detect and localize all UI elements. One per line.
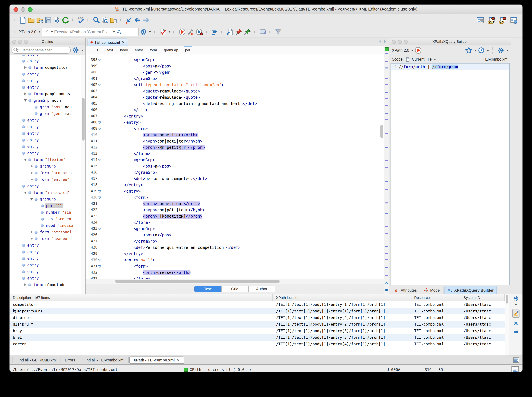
xquery-debugger-icon[interactable]: XQ bbox=[499, 16, 507, 24]
code-line-402[interactable]: 402 <cit type="translation" xml:lang="en… bbox=[86, 82, 384, 88]
result-marker[interactable] bbox=[385, 160, 388, 161]
find-in-files-icon[interactable] bbox=[101, 16, 109, 24]
open-url-icon[interactable] bbox=[36, 16, 43, 24]
code-editor[interactable]: 398 <gramGrp>399 <pos>n</pos>400 <gen>f<… bbox=[86, 54, 384, 279]
code-line-403[interactable]: 403 <quote>remoulade</quote> bbox=[86, 88, 384, 94]
code-line-428[interactable]: 428 <def>Personne qui entre en compétiti… bbox=[86, 244, 384, 250]
result-marker[interactable] bbox=[385, 92, 388, 93]
xpath-settings-gear-icon[interactable] bbox=[140, 28, 147, 35]
outline-item-gramGrp[interactable]: gramGrp bbox=[10, 163, 81, 169]
result-marker[interactable] bbox=[385, 267, 388, 268]
code-line-405[interactable]: 405 <def>dressing containing mustard and… bbox=[86, 100, 384, 107]
outline-item-mood[interactable]: mood "indica bbox=[10, 222, 81, 229]
breadcrumb-item-gramGrp[interactable]: gramGrp bbox=[163, 47, 179, 53]
configure-transformation-icon[interactable] bbox=[187, 28, 194, 35]
scope-value[interactable]: Current File bbox=[412, 57, 432, 61]
jump-last-edit-icon[interactable] bbox=[125, 16, 133, 24]
code-line-409[interactable]: 409 <form> bbox=[86, 125, 384, 132]
error-stripe[interactable] bbox=[384, 46, 389, 294]
result-marker[interactable] bbox=[385, 78, 388, 79]
find-replace-in-files-icon[interactable] bbox=[110, 16, 117, 24]
remove-all-results-icon[interactable] bbox=[513, 329, 519, 335]
reload-icon[interactable] bbox=[62, 16, 69, 24]
filter-icon[interactable] bbox=[275, 28, 282, 35]
code-line-430[interactable]: 430 <entry n="1"> bbox=[86, 257, 384, 263]
code-line-400[interactable]: 400 <gen>f</gen> bbox=[86, 69, 384, 75]
code-line-416[interactable]: 416 </gramGrp> bbox=[86, 169, 384, 175]
result-marker[interactable] bbox=[385, 233, 388, 234]
code-line-401[interactable]: 401 </gramGrp> bbox=[86, 75, 384, 82]
outline-item-form[interactable]: form "pronom_p bbox=[10, 169, 81, 176]
result-marker[interactable] bbox=[385, 133, 388, 134]
code-line-432[interactable]: 432 <orth>dresser</orth> bbox=[86, 269, 384, 276]
outline-item-gram[interactable]: gram "pos" nou bbox=[10, 104, 81, 110]
spell-check-icon[interactable]: ABC bbox=[77, 16, 85, 24]
expand-icon[interactable] bbox=[31, 237, 33, 240]
result-marker[interactable] bbox=[385, 275, 388, 276]
builder-version-combo[interactable]: XPath 2.0 bbox=[392, 48, 409, 53]
result-row[interactable]: dIs"pru:f/TEI[1]/text[1]/body[1]/entry[2… bbox=[10, 321, 505, 328]
code-line-408[interactable]: 408 <entry> bbox=[86, 119, 384, 125]
outline-item-form[interactable]: form "entrée" bbox=[10, 176, 81, 183]
collapse-icon[interactable] bbox=[24, 192, 27, 194]
results-xpath-header[interactable]: XPath location bbox=[273, 294, 411, 301]
code-line-427[interactable]: 427 </gramGrp> bbox=[86, 238, 384, 244]
code-line-411[interactable]: 411 <hyph>com|peti|tor</hyph> bbox=[86, 138, 384, 144]
results-description-header[interactable]: Description - 167 items bbox=[10, 294, 273, 301]
code-line-406[interactable]: 406 </cit> bbox=[86, 107, 384, 113]
console-icon[interactable] bbox=[513, 357, 520, 364]
expand-icon[interactable] bbox=[31, 178, 33, 181]
outline-item-entry[interactable]: entry bbox=[10, 124, 81, 130]
code-line-424[interactable]: 424 </form> bbox=[86, 219, 384, 225]
outline-item-entry[interactable]: entry bbox=[10, 71, 81, 77]
outline-item-entry[interactable]: entry bbox=[10, 136, 81, 143]
outline-item-entry[interactable]: entry bbox=[10, 130, 81, 136]
result-marker[interactable] bbox=[385, 119, 388, 120]
pin-green-icon[interactable] bbox=[244, 28, 251, 35]
outline-item-form[interactable]: form rémoulade bbox=[10, 281, 81, 288]
outline-item-entry[interactable]: entry bbox=[10, 275, 81, 281]
breadcrumb-item-text[interactable]: text bbox=[107, 47, 114, 53]
results-scrollbar[interactable] bbox=[505, 294, 509, 355]
collapse-icon[interactable] bbox=[30, 198, 33, 200]
outline-settings-gear-icon[interactable] bbox=[72, 46, 79, 54]
zoom-window-button[interactable] bbox=[28, 7, 33, 12]
apply-transformation-icon[interactable] bbox=[178, 28, 186, 35]
outline-item-gram[interactable]: gram "gen" mas bbox=[10, 110, 81, 117]
result-marker[interactable] bbox=[385, 226, 388, 227]
outline-item-entry[interactable]: entry bbox=[10, 255, 81, 262]
outline-item-entry[interactable]: entry bbox=[10, 58, 81, 64]
result-marker[interactable] bbox=[385, 253, 388, 254]
outline-scrollbar[interactable] bbox=[81, 55, 85, 294]
outline-item-entry[interactable]: entry bbox=[10, 248, 81, 255]
memory-monitor-icon[interactable] bbox=[511, 365, 520, 372]
expand-icon[interactable] bbox=[24, 66, 26, 69]
code-line-420[interactable]: 420 <form> bbox=[86, 194, 384, 200]
bottom-tab-find-all-tei-combo-xml[interactable]: Find all - TEI-combo.xml bbox=[79, 357, 129, 363]
result-marker[interactable] bbox=[385, 105, 388, 106]
save-as-url-icon[interactable] bbox=[53, 16, 61, 24]
view-mode-grid[interactable]: Grid bbox=[221, 286, 248, 292]
results-resource-header[interactable]: Resource bbox=[411, 294, 460, 301]
results-systemid-header[interactable]: System ID bbox=[460, 294, 505, 301]
remove-result-icon[interactable] bbox=[385, 281, 389, 285]
history-clock-icon[interactable] bbox=[478, 47, 485, 54]
expand-icon[interactable] bbox=[31, 172, 33, 174]
tabs-scroll-left-icon[interactable] bbox=[379, 40, 381, 43]
collapse-icon[interactable] bbox=[24, 99, 27, 102]
xpath-favorites-icon[interactable]: // bbox=[116, 29, 123, 34]
outline-item-entry[interactable]: entry bbox=[10, 143, 81, 150]
outline-item-form[interactable]: form "personal bbox=[10, 229, 81, 235]
bottom-tab-find-all-ge-rkmd-xml[interactable]: Find all - GE.RKMD.xml bbox=[12, 357, 61, 363]
code-line-413[interactable]: 413 </form> bbox=[86, 150, 384, 157]
result-row[interactable]: competitor/TEI[1]/text[1]/body[1]/entry[… bbox=[10, 301, 505, 308]
breadcrumb-item-per[interactable]: per bbox=[184, 47, 191, 53]
outline-item-entry[interactable]: entry bbox=[10, 77, 81, 84]
code-line-421[interactable]: 421 <orth>compétiteur</orth> bbox=[86, 200, 384, 207]
code-line-410[interactable]: 410 <orth>competitor</orth> bbox=[86, 132, 384, 138]
remove-result-icon[interactable] bbox=[513, 320, 519, 326]
fold-icon[interactable] bbox=[97, 121, 102, 124]
code-line-417[interactable]: 417 <def>person who competes.</def> bbox=[86, 175, 384, 182]
forward-arrow-icon[interactable] bbox=[142, 16, 150, 24]
xpath-expression-editor[interactable]: 1 //form/orth | //form/pron bbox=[391, 63, 510, 285]
